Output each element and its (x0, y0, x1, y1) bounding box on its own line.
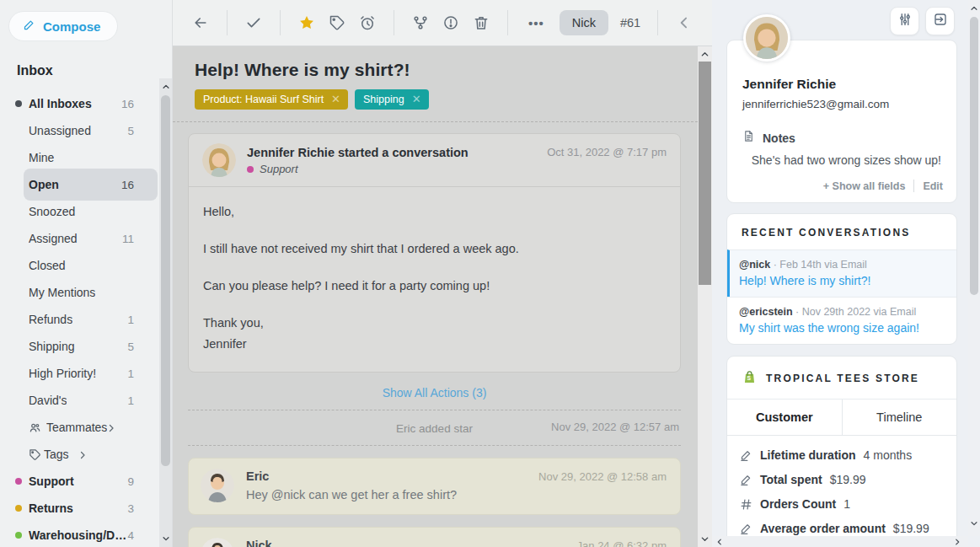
sidebar-item-returns[interactable]: Returns 3 (0, 495, 172, 522)
svg-text:S: S (747, 375, 752, 381)
scrollbar-thumb[interactable] (699, 62, 711, 285)
hash-icon (740, 498, 752, 511)
sidebar-item-high-priority[interactable]: High Priority! 1 (0, 360, 172, 387)
note-date: Nov 29, 2022 @ 12:58 am (538, 470, 667, 502)
app-window: Compose Inbox All Inboxes 16 Unassigned … (0, 0, 980, 547)
tag-product[interactable]: Product: Hawaii Surf Shirt ✕ (195, 89, 348, 110)
store-tabs: Customer Timeline (727, 399, 956, 436)
sidebar-item-assigned[interactable]: Assigned 11 (0, 225, 172, 252)
tab-customer[interactable]: Customer (727, 400, 842, 435)
compose-button[interactable]: Compose (8, 11, 118, 41)
star-icon[interactable] (297, 13, 316, 32)
sidebar-scrollbar[interactable] (159, 78, 172, 547)
sidebar-item-support[interactable]: Support 9 (0, 468, 172, 495)
remove-tag-icon[interactable]: ✕ (412, 93, 421, 105)
conversation-link[interactable]: Help! Where is my shirt?! (739, 274, 945, 287)
show-all-fields-link[interactable]: + Show all fields (823, 180, 906, 192)
collapse-sidebar-button[interactable] (925, 7, 955, 35)
scroll-right-icon[interactable] (951, 536, 963, 547)
message-body: Hello, I still have not received my shir… (189, 187, 680, 372)
scroll-left-icon[interactable] (714, 536, 726, 547)
sidebar-item-snoozed[interactable]: Snoozed (0, 198, 172, 225)
sidebar-item-my-mentions[interactable]: My Mentions (0, 279, 172, 306)
sidebar-item-mine[interactable]: Mine (0, 144, 172, 171)
contact-card: Jennifer Richie jenniferrichie523@gmail.… (726, 40, 957, 203)
pencil-icon (23, 19, 35, 34)
scrollbar-thumb[interactable] (161, 95, 170, 466)
toolbar-divider (280, 10, 281, 35)
document-icon (742, 130, 755, 146)
inbox-color-dot (15, 478, 22, 485)
conversation-meta: · Nov 29th 2022 via Email (793, 306, 917, 318)
sliders-icon (897, 12, 913, 30)
scroll-up-icon[interactable] (159, 80, 172, 94)
conversation-scrollbar[interactable] (698, 46, 712, 547)
divider (188, 445, 681, 446)
edit-contact-link[interactable]: Edit (923, 180, 943, 192)
store-integration-card: S TROPICAL TEES STORE Customer Timeline … (726, 356, 957, 547)
toolbar-divider (657, 10, 658, 35)
sidebar-item-refunds[interactable]: Refunds 1 (0, 306, 172, 333)
recent-conversations-header: RECENT CONVERSATIONS (727, 214, 956, 249)
message-thread: Jennifer Richie started a conversation S… (173, 122, 698, 547)
scroll-down-icon[interactable] (159, 532, 172, 545)
merge-icon[interactable] (411, 13, 430, 32)
tag-icon (29, 448, 41, 461)
sidebar-item-open[interactable]: Open 16 (0, 171, 172, 198)
previous-conversation-icon[interactable] (675, 13, 693, 32)
more-actions-icon[interactable]: ••• (525, 16, 548, 30)
customer-fields: Lifetime duration 4 months Total spent $… (727, 436, 956, 547)
customer-sidebar-hscrollbar[interactable] (712, 536, 968, 547)
scroll-up-icon[interactable] (698, 47, 712, 62)
teammates-icon (29, 421, 41, 434)
remove-tag-icon[interactable]: ✕ (331, 93, 340, 105)
sidebar-item-davids[interactable]: David's 1 (0, 387, 172, 414)
customer-avatar[interactable] (743, 14, 790, 62)
back-icon[interactable] (191, 13, 210, 32)
message-header: Jennifer Richie started a conversation S… (189, 134, 680, 187)
ticket-number: #61 (620, 16, 640, 29)
internal-note: Eric Hey @nick can we get her a free shi… (188, 458, 681, 515)
customer-sidebar-scrollbar[interactable] (968, 0, 980, 536)
shopify-icon: S (742, 369, 758, 388)
note-author: Nick (246, 539, 272, 547)
recent-conversation-item[interactable]: @nick · Feb 14th via Email Help! Where i… (727, 249, 956, 297)
chevron-right-icon (106, 422, 116, 432)
tab-timeline[interactable]: Timeline (842, 400, 957, 435)
recent-conversation-item[interactable]: @ericstein · Nov 29th 2022 via Email My … (727, 297, 956, 344)
spam-alert-icon[interactable] (442, 13, 460, 32)
inbox-color-dot (15, 505, 22, 512)
conversation-title: Help! Where is my shirt?! (195, 60, 676, 80)
customer-email: jenniferrichie523@gmail.com (742, 98, 943, 110)
collapse-panel-icon (933, 12, 948, 30)
note-text: Hey @nick can we get her a free shirt? (246, 488, 527, 501)
avatar (201, 469, 234, 502)
assignee-button[interactable]: Nick (560, 10, 608, 35)
sidebar-item-teammates[interactable]: Teammates (0, 414, 172, 441)
toolbar-divider (507, 10, 508, 35)
tag-icon[interactable] (328, 13, 346, 32)
scroll-down-icon[interactable] (968, 518, 980, 529)
scroll-up-icon[interactable] (968, 3, 980, 14)
sidebar-item-closed[interactable]: Closed (0, 252, 172, 279)
tag-shipping[interactable]: Shipping ✕ (355, 89, 429, 110)
channel-name: Support (260, 163, 298, 175)
sidebar-item-all-inboxes[interactable]: All Inboxes 16 (0, 90, 172, 117)
message-card: Jennifer Richie started a conversation S… (188, 133, 681, 373)
show-all-actions-link[interactable]: Show All Actions (3) (383, 386, 487, 400)
trash-icon[interactable] (472, 13, 490, 32)
sidebar-item-warehousing[interactable]: Warehousing/D… 4 (0, 522, 172, 547)
conversation-link[interactable]: My shirt was the wrong size again! (739, 321, 945, 335)
note-date: Jan 24 @ 6:32 pm (577, 539, 667, 547)
notes-label: Notes (763, 131, 795, 145)
close-conversation-icon[interactable] (244, 13, 263, 32)
snooze-timer-icon[interactable] (358, 13, 377, 32)
scroll-down-icon[interactable] (698, 532, 712, 546)
sidebar-item-tags[interactable]: Tags (0, 441, 172, 468)
sidebar-settings-button[interactable] (890, 7, 919, 35)
sidebar-item-unassigned[interactable]: Unassigned 5 (0, 117, 172, 144)
sidebar-item-shipping[interactable]: Shipping 5 (0, 333, 172, 360)
scrollbar-thumb[interactable] (970, 17, 978, 295)
agent-handle: @nick (739, 259, 770, 271)
conversation-toolbar: ••• Nick #61 (173, 0, 712, 46)
